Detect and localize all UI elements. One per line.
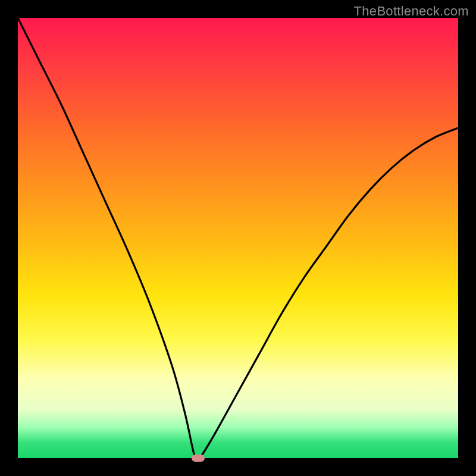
bottleneck-curve xyxy=(18,18,458,459)
plot-area xyxy=(18,18,458,458)
curve-svg xyxy=(18,18,458,458)
chart-frame: TheBottleneck.com xyxy=(0,0,476,476)
optimum-marker xyxy=(192,455,205,462)
watermark-text: TheBottleneck.com xyxy=(354,4,469,19)
